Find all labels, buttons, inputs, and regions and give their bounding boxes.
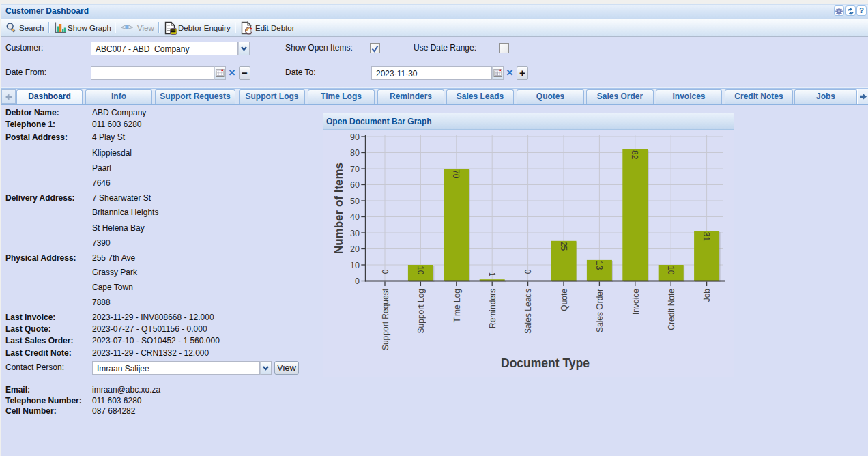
svg-text:60: 60 <box>350 180 360 190</box>
svg-text:13: 13 <box>594 261 604 270</box>
svg-text:70: 70 <box>350 165 360 174</box>
svg-text:Quote: Quote <box>560 289 569 311</box>
svg-text:Job: Job <box>702 289 712 302</box>
svg-text:1: 1 <box>487 272 497 277</box>
svg-text:Number of Items: Number of Items <box>332 162 345 254</box>
svg-text:Support Log: Support Log <box>416 289 426 333</box>
svg-text:90: 90 <box>350 132 360 142</box>
svg-text:0: 0 <box>380 270 390 274</box>
svg-text:30: 30 <box>350 229 360 238</box>
svg-text:10: 10 <box>416 266 425 275</box>
svg-text:25: 25 <box>559 242 568 251</box>
svg-text:50: 50 <box>350 197 360 206</box>
svg-text:Reminders: Reminders <box>488 289 497 328</box>
svg-text:82: 82 <box>630 150 639 160</box>
svg-text:Credit Note: Credit Note <box>667 289 676 330</box>
svg-text:Sales Leads: Sales Leads <box>523 289 533 334</box>
svg-text:10: 10 <box>666 266 676 275</box>
svg-text:40: 40 <box>350 212 360 222</box>
svg-text:10: 10 <box>350 261 360 270</box>
svg-text:31: 31 <box>701 232 711 242</box>
svg-text:Time Log: Time Log <box>452 289 462 323</box>
svg-text:0: 0 <box>355 276 360 286</box>
svg-text:Support Request: Support Request <box>381 288 390 350</box>
svg-text:Sales Order: Sales Order <box>595 289 605 332</box>
svg-text:Invoice: Invoice <box>631 289 641 315</box>
svg-text:80: 80 <box>350 148 360 158</box>
svg-text:20: 20 <box>350 244 360 254</box>
svg-text:0: 0 <box>523 270 532 274</box>
svg-text:Document Type: Document Type <box>501 356 590 370</box>
svg-text:70: 70 <box>451 169 461 179</box>
